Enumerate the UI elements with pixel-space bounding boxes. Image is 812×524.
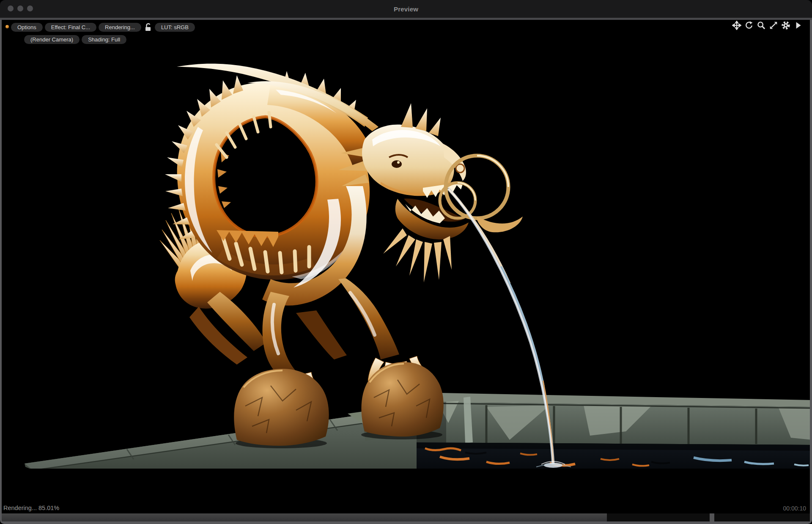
fountain-basin: [417, 392, 812, 469]
basin-water: [417, 442, 812, 469]
lut-button[interactable]: LUT: sRGB: [155, 23, 195, 32]
title-bar[interactable]: Preview: [0, 0, 812, 18]
status-bar: Rendering... 85.01% 00:00:10: [0, 505, 812, 513]
options-button[interactable]: Options: [11, 23, 43, 32]
fullscreen-icon[interactable]: [769, 21, 778, 30]
pan-icon[interactable]: [732, 21, 741, 30]
camera-button[interactable]: (Render Camera): [24, 35, 80, 44]
progress-fill: [2, 513, 607, 521]
progress-marker[interactable]: [710, 513, 714, 521]
settings-gear-icon[interactable]: [781, 21, 790, 30]
titlebar-separator: [0, 18, 812, 20]
render-progress-bar[interactable]: [2, 513, 810, 521]
render-state-button[interactable]: Rendering...: [99, 23, 141, 32]
elapsed-time: 00:00:10: [783, 505, 807, 512]
window-border-bottom: [0, 521, 812, 524]
shading-button[interactable]: Shading: Full: [82, 35, 126, 44]
toolbar-row-2: (Render Camera) Shading: Full: [24, 35, 126, 44]
unlock-icon: [144, 23, 152, 32]
window-border-left: [0, 20, 2, 524]
preview-window: Preview Options Effect: Final C... Rende…: [0, 0, 812, 524]
window-border-right: [810, 20, 812, 524]
render-progress-text: Rendering... 85.01%: [3, 505, 59, 511]
render-viewport[interactable]: [0, 0, 812, 524]
window-title: Preview: [0, 0, 812, 18]
viewport-controls: [732, 21, 803, 30]
rotate-icon[interactable]: [744, 21, 754, 30]
expand-arrow-icon[interactable]: [793, 21, 803, 30]
toolbar-row-1: Options Effect: Final C... Rendering... …: [11, 23, 195, 32]
lock-toggle[interactable]: [143, 23, 153, 32]
effect-button[interactable]: Effect: Final C...: [45, 23, 96, 32]
magnify-icon[interactable]: [757, 21, 766, 30]
render-activity-indicator: [5, 25, 9, 28]
